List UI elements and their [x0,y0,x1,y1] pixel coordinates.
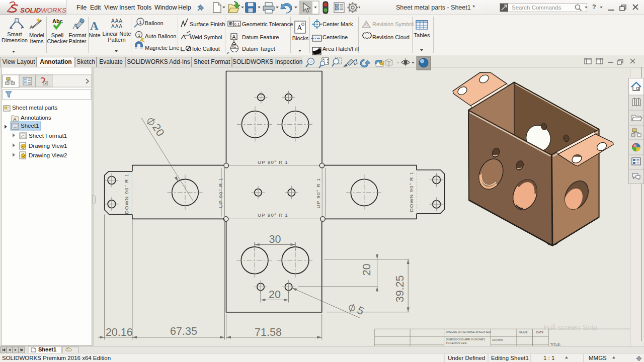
svg-text:0.1: 0.1 [234,22,240,27]
svg-text:5: 5 [355,304,366,318]
svg-text:UP 90° R 1: UP 90° R 1 [315,178,321,209]
svg-text:TO LERAN CES:: TO LERAN CES: [446,341,467,344]
svg-text:DRAWN: DRAWN [492,338,503,341]
svg-text:71.58: 71.58 [255,326,282,338]
svg-text:DIMENSIONS ARE IN INCHES: DIMENSIONS ARE IN INCHES [446,338,485,341]
svg-text:AAA: AAA [111,24,123,29]
svg-text:AAA: AAA [111,18,123,24]
svg-text:DOWN 90° R 1: DOWN 90° R 1 [124,173,129,214]
svg-text:39.25: 39.25 [394,275,406,302]
svg-text:1: 1 [138,33,140,38]
svg-text:A: A [90,20,99,32]
svg-text:67.35: 67.35 [170,325,197,337]
svg-text:20: 20 [361,263,373,276]
svg-text:UP 90° R 1: UP 90° R 1 [258,212,288,218]
svg-text:20.16: 20.16 [106,326,133,338]
svg-text:20: 20 [269,289,281,301]
svg-text:A1: A1 [232,45,236,48]
svg-text:A: A [232,34,236,40]
svg-text:WORKS: WORKS [41,7,66,14]
svg-text:A: A [14,117,17,122]
svg-text:1: 1 [139,20,142,25]
svg-text:UNLESS OTHERWISE SPECIFIED:: UNLESS OTHERWISE SPECIFIED: [446,330,492,333]
svg-text:Full screen Snip: Full screen Snip [543,323,598,331]
svg-text:UP 90° R 1: UP 90° R 1 [258,159,288,165]
svg-text:NA ME: NA ME [519,331,528,334]
svg-text:DATE: DATE [536,331,544,334]
svg-text:UP 90° R 1: UP 90° R 1 [218,177,223,208]
svg-text:SOLID: SOLID [20,7,41,14]
svg-text:DOWN 90° R 1: DOWN 90° R 1 [409,171,414,212]
svg-text:30: 30 [269,233,281,245]
